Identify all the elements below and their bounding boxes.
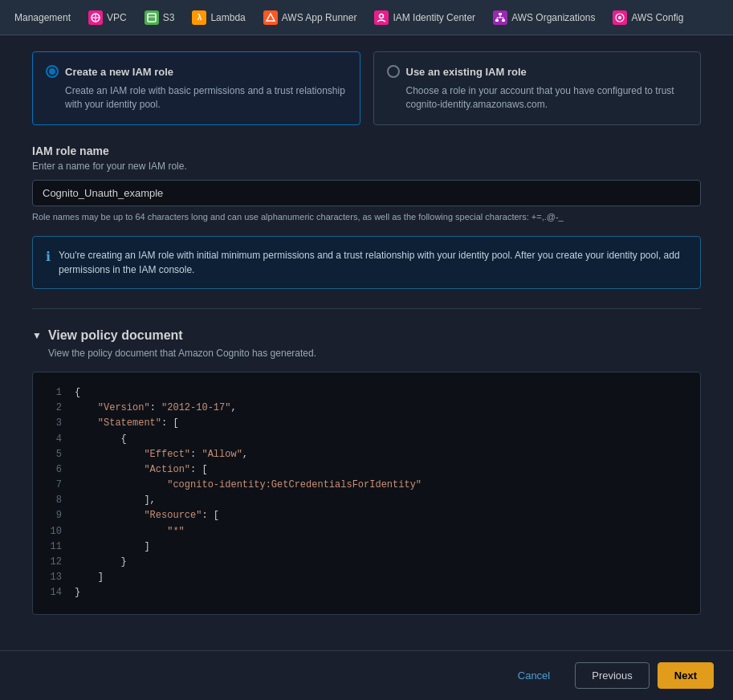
cancel-button[interactable]: Cancel (501, 662, 567, 689)
nav-s3[interactable]: S3 (136, 6, 183, 30)
info-box-text: You're creating an IAM role with initial… (59, 248, 687, 277)
policy-document-section: ▼ View policy document View the policy d… (32, 328, 701, 615)
nav-vpc[interactable]: VPC (80, 6, 135, 30)
orgs-icon (493, 10, 507, 25)
role-name-section: IAM role name Enter a name for your new … (32, 144, 701, 223)
policy-section-header: ▼ View policy document (32, 328, 701, 343)
orgs-label: AWS Organizations (511, 12, 595, 23)
code-line-13: 13 ] (46, 570, 687, 585)
create-new-role-header: Create a new IAM role (46, 65, 347, 78)
vpc-icon (88, 10, 103, 25)
create-new-iam-role-card[interactable]: Create a new IAM role Create an IAM role… (32, 51, 360, 125)
nav-management[interactable]: Management (6, 7, 79, 28)
use-existing-role-header: Use an existing IAM role (387, 65, 688, 78)
role-name-label: IAM role name (32, 144, 701, 157)
s3-label: S3 (163, 12, 175, 23)
code-line-5: 5 "Effect": "Allow", (46, 447, 687, 462)
use-existing-role-title: Use an existing IAM role (406, 66, 527, 78)
s3-icon (145, 10, 159, 25)
policy-code-block: 1 { 2 "Version": "2012-10-17", 3 "Statem… (32, 372, 701, 615)
role-name-input[interactable] (32, 180, 701, 206)
code-line-10: 10 "*" (46, 524, 687, 539)
policy-section-desc: View the policy document that Amazon Cog… (32, 348, 701, 359)
chevron-down-icon[interactable]: ▼ (32, 330, 42, 341)
nav-apprunner[interactable]: AWS App Runner (255, 6, 365, 30)
code-line-11: 11 ] (46, 539, 687, 555)
nav-config[interactable]: AWS Config (605, 6, 691, 30)
nav-lambda[interactable]: λ Lambda (184, 6, 253, 30)
code-line-4: 4 { (46, 432, 687, 447)
iam-role-options: Create a new IAM role Create an IAM role… (32, 51, 701, 125)
code-line-8: 8 ], (46, 493, 687, 508)
lambda-label: Lambda (210, 12, 245, 23)
role-name-hint: Role names may be up to 64 characters lo… (32, 211, 701, 223)
top-navigation: Management VPC S3 λ Lambda AWS App Runne… (0, 0, 733, 35)
svg-rect-3 (148, 14, 156, 22)
svg-rect-7 (499, 13, 502, 15)
vpc-label: VPC (107, 12, 127, 23)
iam-label: IAM Identity Center (393, 12, 475, 23)
iam-icon (374, 10, 389, 25)
use-existing-role-radio[interactable] (387, 65, 400, 78)
main-content: Create a new IAM role Create an IAM role… (0, 35, 733, 679)
role-name-sublabel: Enter a name for your new IAM role. (32, 161, 701, 172)
create-new-role-desc: Create an IAM role with basic permission… (46, 84, 347, 112)
code-line-12: 12 } (46, 555, 687, 570)
svg-rect-9 (502, 19, 505, 22)
use-existing-iam-role-card[interactable]: Use an existing IAM role Choose a role i… (373, 51, 702, 125)
info-icon: ℹ (46, 249, 51, 264)
config-icon (613, 10, 627, 25)
svg-rect-8 (495, 19, 499, 22)
previous-button[interactable]: Previous (575, 662, 650, 689)
bottom-action-bar: Cancel Previous Next (0, 650, 733, 700)
policy-section-title: View policy document (48, 328, 183, 343)
code-line-3: 3 "Statement": [ (46, 416, 687, 431)
config-label: AWS Config (631, 12, 683, 23)
nav-orgs[interactable]: AWS Organizations (485, 6, 603, 30)
create-new-role-title: Create a new IAM role (65, 66, 173, 78)
management-label: Management (14, 12, 71, 23)
svg-marker-5 (267, 14, 275, 21)
lambda-icon: λ (192, 10, 206, 25)
create-new-role-radio[interactable] (46, 65, 59, 78)
next-button[interactable]: Next (658, 662, 714, 689)
use-existing-role-desc: Choose a role in your account that you h… (387, 84, 688, 112)
code-line-14: 14 } (46, 585, 687, 600)
code-line-1: 1 { (46, 385, 687, 401)
svg-point-14 (618, 16, 621, 19)
nav-iam[interactable]: IAM Identity Center (366, 6, 483, 30)
svg-point-6 (380, 14, 384, 18)
code-line-9: 9 "Resource": [ (46, 508, 687, 523)
code-line-6: 6 "Action": [ (46, 462, 687, 478)
section-divider (32, 308, 701, 309)
apprunner-label: AWS App Runner (282, 12, 357, 23)
info-box: ℹ You're creating an IAM role with initi… (32, 236, 701, 289)
code-line-2: 2 "Version": "2012-10-17", (46, 401, 687, 416)
code-line-7: 7 "cognito-identity:GetCredentialsForIde… (46, 478, 687, 493)
apprunner-icon (263, 10, 278, 25)
